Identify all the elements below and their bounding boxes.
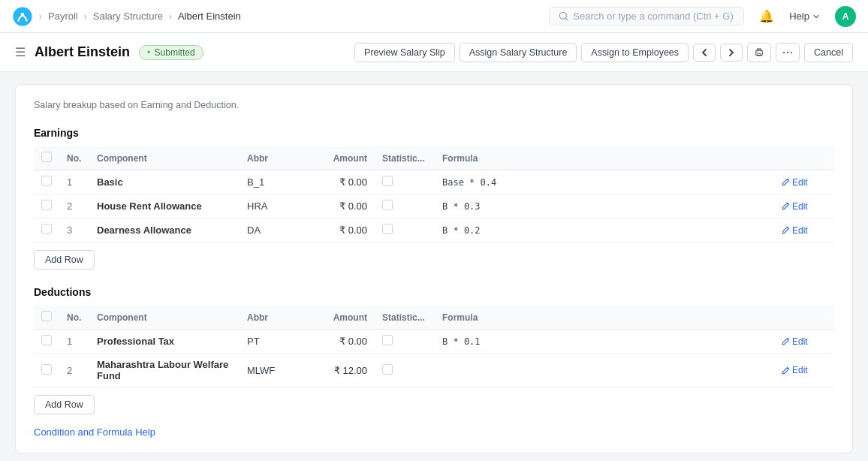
help-label: Help [789, 11, 809, 22]
earnings-edit-button-2[interactable]: Edit [782, 225, 808, 236]
deductions-header-row: No. Component Abbr Amount Statistic... F… [34, 306, 834, 330]
row-checkbox-cell [34, 170, 59, 194]
deductions-edit-button-1[interactable]: Edit [782, 365, 808, 375]
svg-point-7 [787, 51, 788, 53]
svg-point-0 [13, 7, 32, 26]
row-checkbox-cell [34, 218, 59, 243]
earnings-header-stat: Statistic... [375, 146, 435, 170]
row-action: Edit [774, 330, 834, 354]
printer-icon [754, 47, 764, 58]
row-component: Basic [89, 170, 240, 194]
earnings-title: Earnings [34, 127, 834, 139]
row-abbr: HRA [240, 194, 300, 218]
app-logo[interactable] [12, 6, 33, 27]
deductions-title: Deductions [34, 286, 834, 298]
earnings-header-row: No. Component Abbr Amount Statistic... F… [34, 146, 834, 170]
edit-icon [782, 337, 790, 345]
hamburger-icon[interactable]: ☰ [15, 45, 26, 59]
deductions-edit-button-0[interactable]: Edit [782, 336, 808, 347]
row-stat [375, 354, 435, 387]
earnings-add-row-button[interactable]: Add Row [34, 250, 95, 270]
search-placeholder: Search or type a command (Ctrl + G) [573, 11, 734, 22]
nav-breadcrumb-payroll[interactable]: Payroll [48, 11, 78, 22]
row-formula: Base * 0.4 [435, 170, 774, 194]
earnings-header-checkbox [34, 146, 59, 170]
row-component: Dearness Allowance [89, 218, 240, 243]
deductions-header-component: Component [89, 306, 240, 330]
earnings-header-amount: Amount [300, 146, 375, 170]
earnings-table: No. Component Abbr Amount Statistic... F… [34, 146, 834, 243]
row-stat-checkbox-2[interactable] [382, 224, 393, 234]
more-options-button[interactable] [776, 43, 800, 62]
avatar[interactable]: A [835, 6, 856, 27]
earnings-row: 1 Basic B_1 ₹ 0.00 Base * 0.4 Edit [34, 170, 834, 194]
ellipsis-icon [782, 47, 793, 58]
select-all-deductions-checkbox[interactable] [41, 311, 52, 321]
condition-formula-help[interactable]: Condition and Formula Help [34, 426, 834, 438]
row-amount: ₹ 0.00 [300, 330, 375, 354]
prev-button[interactable] [693, 44, 716, 62]
section-description: Salary breakup based on Earning and Dedu… [34, 100, 834, 110]
earnings-section: Earnings No. Component Abbr Amount Stati… [34, 127, 834, 270]
svg-point-6 [783, 51, 785, 53]
row-amount: ₹ 12.00 [300, 354, 375, 387]
row-abbr: B_1 [240, 170, 300, 194]
deductions-row-checkbox-0[interactable] [41, 335, 52, 345]
page-title: Albert Einstein [35, 44, 130, 60]
next-button[interactable] [720, 44, 743, 62]
deductions-stat-checkbox-0[interactable] [382, 335, 393, 345]
row-action: Edit [774, 354, 834, 387]
svg-point-5 [757, 52, 758, 53]
earnings-row-checkbox-0[interactable] [41, 176, 52, 186]
row-stat [375, 170, 435, 194]
row-checkbox-cell [34, 194, 59, 218]
earnings-header-formula: Formula [435, 146, 774, 170]
deductions-header-stat: Statistic... [375, 306, 435, 330]
earnings-edit-button-1[interactable]: Edit [782, 201, 808, 212]
earnings-header-abbr: Abbr [240, 146, 300, 170]
row-component: House Rent Allowance [89, 194, 240, 218]
help-button[interactable]: Help [783, 8, 826, 25]
assign-to-employees-button[interactable]: Assign to Employees [581, 43, 689, 62]
status-dot: • [147, 47, 150, 58]
cancel-button[interactable]: Cancel [804, 43, 853, 62]
search-bar[interactable]: Search or type a command (Ctrl + G) [549, 7, 744, 26]
row-action: Edit [774, 170, 834, 194]
select-all-earnings-checkbox[interactable] [41, 152, 52, 162]
row-formula: B * 0.2 [435, 218, 774, 243]
row-stat-checkbox-0[interactable] [382, 176, 393, 186]
main-content: Salary breakup based on Earning and Dedu… [0, 72, 868, 461]
nav-breadcrumb-salary-structure[interactable]: Salary Structure [93, 11, 163, 22]
edit-icon [782, 226, 790, 234]
earnings-header-no: No. [59, 146, 89, 170]
salary-structure-card: Salary breakup based on Earning and Dedu… [15, 84, 853, 453]
row-checkbox-cell [34, 330, 59, 354]
status-text: Submitted [155, 47, 195, 58]
row-formula: B * 0.1 [435, 330, 774, 354]
chevron-down-icon [812, 13, 820, 20]
row-stat-checkbox-1[interactable] [382, 200, 393, 210]
row-stat [375, 194, 435, 218]
status-badge: • Submitted [139, 45, 203, 60]
row-abbr: MLWF [240, 354, 300, 387]
edit-icon [782, 202, 790, 210]
earnings-row-checkbox-1[interactable] [41, 200, 52, 210]
row-abbr: DA [240, 218, 300, 243]
header-actions: Preview Salary Slip Assign Salary Struct… [354, 43, 853, 62]
deductions-header-abbr: Abbr [240, 306, 300, 330]
deductions-row-checkbox-1[interactable] [41, 364, 52, 375]
row-no: 3 [59, 218, 89, 243]
earnings-row: 3 Dearness Allowance DA ₹ 0.00 B * 0.2 E… [34, 218, 834, 243]
assign-salary-structure-button[interactable]: Assign Salary Structure [460, 43, 577, 62]
row-stat [375, 330, 435, 354]
row-abbr: PT [240, 330, 300, 354]
print-button[interactable] [747, 43, 771, 62]
earnings-row-checkbox-2[interactable] [41, 224, 52, 234]
deductions-add-row-button[interactable]: Add Row [34, 395, 95, 414]
earnings-edit-button-0[interactable]: Edit [782, 177, 808, 188]
preview-salary-slip-button[interactable]: Preview Salary Slip [354, 43, 455, 62]
row-amount: ₹ 0.00 [300, 194, 375, 218]
deductions-stat-checkbox-1[interactable] [382, 364, 393, 375]
notification-bell[interactable]: 🔔 [759, 9, 774, 23]
chevron-right-icon [727, 48, 736, 57]
